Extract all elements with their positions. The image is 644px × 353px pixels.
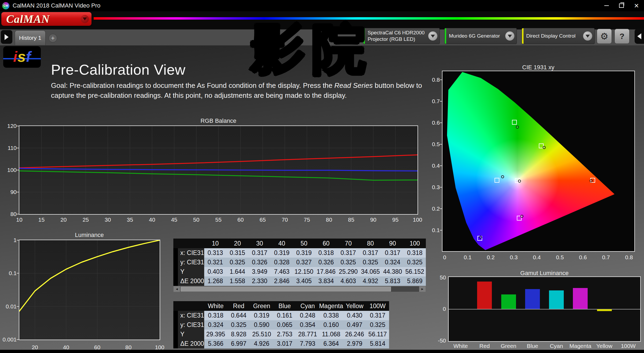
gamut-table-cell: 28.771 <box>296 330 319 339</box>
cie-xtick-label: 0.7 <box>602 254 610 261</box>
grayscale-table-cell: 17.846 <box>315 267 337 276</box>
calman-menu-button[interactable]: CalMAN <box>1 12 92 26</box>
grayscale-table-header-cell: 60 <box>315 239 337 248</box>
rgb-ytick-mark <box>17 192 19 192</box>
display-control-dropdown-button[interactable] <box>583 31 592 41</box>
grayscale-table-cell: 0.325 <box>226 258 249 267</box>
gamut-table: WhiteRedGreenBlueCyanMagentaYellow100Wx:… <box>173 301 389 348</box>
scroll-left-button[interactable]: ◄ <box>174 286 180 292</box>
grayscale-table-cell: 0.328 <box>271 258 293 267</box>
chevron-down-icon <box>83 17 87 20</box>
grayscale-table-cell: 0.318 <box>404 248 426 258</box>
grayscale-table-cell: 0.326 <box>315 258 337 267</box>
grayscale-table-cell: 0.326 <box>248 258 271 267</box>
grayscale-table-cell: 0.313 <box>204 248 226 258</box>
cie-ytick-mark <box>440 165 442 166</box>
tab-history-label: History 1 <box>19 35 41 41</box>
grayscale-table-row-label: ΔE 2000 <box>178 276 204 286</box>
scrollbar-thumb[interactable] <box>181 287 391 291</box>
rgb-ytick-label: 100 <box>2 167 17 173</box>
help-icon: ? <box>620 32 624 41</box>
app-icon-text: CM <box>3 4 8 7</box>
luminance-ytick-label: 1 <box>2 237 17 243</box>
close-button[interactable]: × <box>629 0 644 11</box>
rgb-xtick-label: 70 <box>282 217 288 223</box>
cie-xtick-label: 0.1 <box>464 254 471 261</box>
luminance-xtick-label: 20 <box>32 344 38 351</box>
grayscale-table-cell: 3.405 <box>293 276 315 286</box>
gamut-bar-red <box>477 282 492 309</box>
gamut-table-header-cell: 100W <box>366 301 389 311</box>
rgb-xtick-label: 35 <box>127 217 133 223</box>
grayscale-table-header-cell: 20 <box>226 239 249 248</box>
grayscale-table-cell: 5.869 <box>404 276 426 286</box>
cie-ytick-label: 0.4 <box>425 163 440 169</box>
gamut-table-cell: 3.017 <box>273 339 296 348</box>
page-title: Pre-Calibration View <box>51 61 185 78</box>
gamut-table-header-cell: Yellow <box>343 301 366 311</box>
grayscale-table-row-strip <box>173 276 178 286</box>
settings-button[interactable]: ⚙ <box>597 29 612 44</box>
grayscale-table-header-cell: 10 <box>204 239 226 248</box>
rgb-xtick-label: 25 <box>83 217 89 223</box>
add-tab-button[interactable]: + <box>49 34 57 42</box>
goal-prefix: Goal: Pre-calibration readings to docume… <box>51 81 334 89</box>
cie-target-cyan <box>495 178 499 183</box>
gamut-bar-blue <box>525 289 540 309</box>
source-dropdown-button[interactable] <box>505 31 514 41</box>
gamut-table-header-cell: Green <box>250 301 273 311</box>
gamut-ytick-label: 0 <box>431 306 446 312</box>
tab-history-1[interactable]: History 1 <box>15 30 46 45</box>
grayscale-table-cell: 2.330 <box>248 276 271 286</box>
display-control-dropdown[interactable]: Direct Display Control <box>522 28 595 44</box>
cie-horseshoe <box>442 71 634 251</box>
rgb-xtick-label: 55 <box>215 217 221 223</box>
grayscale-table-cell: 0.403 <box>204 267 226 276</box>
gamut-table-cell: 29.395 <box>204 330 227 339</box>
source-dropdown[interactable]: Murideo 6G Generator <box>444 28 517 44</box>
meter-dropdown-button[interactable] <box>428 31 437 41</box>
collapse-panel-button[interactable] <box>635 29 644 44</box>
workflow-advance-button[interactable] <box>1 30 12 44</box>
cie-measured-green <box>516 125 519 128</box>
grayscale-table-header-cell: 40 <box>271 239 293 248</box>
isf-letter-i: i <box>13 48 17 65</box>
help-button[interactable]: ? <box>614 29 630 44</box>
cie-ytick-mark <box>440 187 442 188</box>
rgb-ytick-label: 110 <box>2 145 17 151</box>
rgb-xtick-label: 65 <box>259 217 266 223</box>
luminance-ytick-mark <box>17 306 19 307</box>
grayscale-table-cell: 34.065 <box>359 267 382 276</box>
luminance-xtick-label: 80 <box>125 344 131 351</box>
grayscale-table-cell: 0.325 <box>404 258 426 267</box>
rgb-ytick-label: 120 <box>2 123 17 129</box>
minimize-button[interactable] <box>599 0 614 11</box>
plus-icon: + <box>51 35 54 42</box>
window-controls: × <box>599 0 644 11</box>
scroll-right-button[interactable]: ► <box>419 286 426 292</box>
luminance-title: Luminance <box>75 232 104 239</box>
gamut-table-cell: 0.430 <box>343 311 366 320</box>
gamut-category-label: 100W <box>621 343 636 349</box>
scrollbar-track[interactable] <box>180 286 419 292</box>
gamut-table-row-strip <box>173 339 178 348</box>
grayscale-table-scrollbar[interactable]: ◄ ► <box>173 286 426 292</box>
gamut-table-cell: 8.928 <box>227 330 250 339</box>
chevron-down-icon <box>586 35 590 38</box>
grayscale-table-header-corner <box>173 239 204 248</box>
cie-ytick-label: 0.7 <box>425 98 440 105</box>
calman-menu-dropdown-icon[interactable] <box>81 15 89 23</box>
gamut-table-row-label: Y <box>178 330 204 339</box>
cie-ytick-label: 0.8 <box>425 77 440 83</box>
luminance-chart <box>19 240 160 340</box>
gamut-table-row-strip <box>173 320 178 330</box>
gamut-table-cell: 2.979 <box>343 339 366 348</box>
calman-app-icon: CM <box>2 2 9 9</box>
grayscale-table-cell: 0.317 <box>382 248 404 258</box>
grayscale-table-row-label: y: CIE31 <box>178 258 204 267</box>
gamut-table-cell: 2.753 <box>273 330 296 339</box>
goal-italic: Read Series <box>334 81 373 89</box>
restore-button[interactable] <box>614 0 629 11</box>
meter-dropdown[interactable]: SpectraCal C6 HDR2000 Projector (RGB LED… <box>363 28 440 44</box>
grayscale-table-cell: 0.317 <box>359 248 382 258</box>
